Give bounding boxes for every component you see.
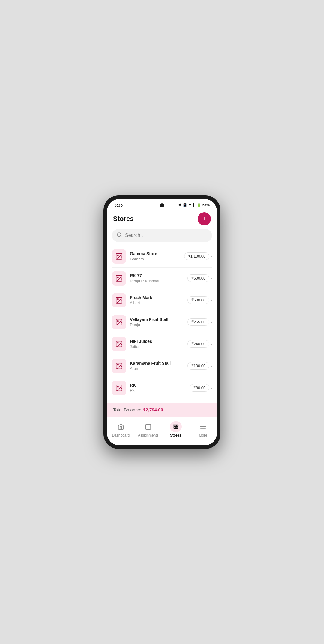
nav-label-assignments: Assignments: [138, 433, 159, 437]
svg-point-11: [118, 342, 118, 343]
search-bar[interactable]: [112, 229, 212, 242]
phone-screen: 3:35 ✱ 📳 ▼ ▌ 🔋 57% Stores +: [107, 199, 217, 445]
store-owner: Renju R Krishnan: [130, 279, 184, 283]
store-name: RK: [130, 383, 186, 388]
signal-icon: ▌: [193, 203, 196, 207]
store-amount-wrap: ₹265.00 ›: [188, 318, 212, 326]
store-info: Karamana Fruit Stall Arun: [130, 361, 184, 371]
svg-rect-25: [175, 427, 177, 428]
store-owner: Renju: [130, 322, 184, 327]
store-list: Gamma Store Gambro ₹1,100.00 › RK 77 Ren…: [107, 246, 217, 403]
store-amount: ₹265.00: [188, 318, 210, 326]
chevron-right-icon: ›: [211, 364, 212, 368]
store-info: HiFi Juices Jaffer: [130, 339, 184, 349]
store-name: Gamma Store: [130, 251, 181, 256]
store-name: Karamana Fruit Stall: [130, 361, 184, 366]
nav-icon-wrap-dashboard: [115, 421, 127, 432]
nav-item-more[interactable]: More: [190, 419, 217, 439]
store-amount: ₹600.00: [188, 296, 210, 304]
store-amount-wrap: ₹100.00 ›: [188, 362, 212, 370]
store-amount: ₹240.00: [188, 340, 210, 348]
store-amount: ₹1,100.00: [184, 252, 210, 260]
vibrate-icon: 📳: [183, 203, 187, 207]
store-info: Gamma Store Gambro: [130, 251, 181, 261]
chevron-right-icon: ›: [211, 320, 212, 325]
store-info: Fresh Mark Albert: [130, 295, 184, 305]
store-item[interactable]: Fresh Mark Albert ₹600.00 ›: [112, 289, 212, 311]
chevron-right-icon: ›: [211, 385, 212, 390]
store-item[interactable]: RK Rk ₹80.00 ›: [112, 377, 212, 399]
battery-icon: 🔋: [197, 203, 201, 207]
battery-percent: 57%: [202, 203, 210, 207]
store-item[interactable]: HiFi Juices Jaffer ₹240.00 ›: [112, 333, 212, 355]
store-name: RK 77: [130, 273, 184, 278]
svg-point-13: [118, 364, 118, 365]
store-amount-wrap: ₹600.00 ›: [188, 296, 212, 304]
store-amount-wrap: ₹80.00 ›: [190, 384, 212, 392]
wifi-icon: ▼: [188, 203, 192, 207]
svg-point-9: [118, 320, 118, 321]
nav-item-assignments[interactable]: Assignments: [135, 419, 162, 439]
store-amount: ₹600.00: [188, 274, 210, 282]
store-owner: Albert: [130, 301, 184, 305]
nav-label-more: More: [199, 433, 207, 437]
bottom-nav: Dashboard Assignments Stores More: [107, 417, 217, 445]
app-header: Stores +: [107, 209, 217, 228]
total-balance-amount: ₹2,794.00: [142, 407, 163, 412]
store-info: RK 77 Renju R Krishnan: [130, 273, 184, 283]
nav-icon-wrap-stores: [170, 421, 182, 432]
svg-point-3: [118, 255, 118, 255]
store-owner: Arun: [130, 366, 184, 371]
nav-label-stores: Stores: [170, 433, 181, 437]
nav-icon-wrap-assignments: [142, 421, 154, 432]
svg-point-15: [118, 386, 118, 387]
store-info: Vellayani Fruit Stall Renju: [130, 317, 184, 327]
status-time: 3:35: [114, 203, 123, 207]
phone-frame: 3:35 ✱ 📳 ▼ ▌ 🔋 57% Stores +: [104, 195, 220, 449]
chevron-right-icon: ›: [211, 276, 212, 281]
store-amount-wrap: ₹240.00 ›: [188, 340, 212, 348]
nav-icon-wrap-more: [197, 421, 209, 432]
store-name: Vellayani Fruit Stall: [130, 317, 184, 322]
store-amount: ₹80.00: [190, 384, 210, 392]
store-avatar: [112, 315, 126, 329]
nav-item-dashboard[interactable]: Dashboard: [107, 419, 135, 439]
chevron-right-icon: ›: [211, 298, 212, 303]
store-avatar: [112, 337, 126, 351]
store-avatar: [112, 293, 126, 307]
store-amount-wrap: ₹600.00 ›: [188, 274, 212, 282]
store-owner: Gambro: [130, 257, 181, 261]
store-item[interactable]: Gamma Store Gambro ₹1,100.00 ›: [112, 246, 212, 268]
store-amount-wrap: ₹1,100.00 ›: [184, 252, 212, 260]
nav-label-dashboard: Dashboard: [112, 433, 130, 437]
page-title: Stores: [113, 215, 134, 223]
svg-rect-20: [146, 424, 151, 429]
search-icon: [117, 232, 122, 239]
store-avatar: [112, 271, 126, 286]
svg-point-5: [118, 277, 118, 277]
store-item[interactable]: RK 77 Renju R Krishnan ₹600.00 ›: [112, 268, 212, 289]
svg-line-1: [120, 236, 121, 237]
store-item[interactable]: Karamana Fruit Stall Arun ₹100.00 ›: [112, 355, 212, 377]
camera-notch: [160, 203, 164, 207]
add-store-button[interactable]: +: [198, 212, 211, 225]
nav-item-stores[interactable]: Stores: [162, 419, 190, 439]
store-item[interactable]: Vellayani Fruit Stall Renju ₹265.00 ›: [112, 311, 212, 333]
store-avatar: [112, 381, 126, 395]
store-avatar: [112, 249, 126, 264]
store-owner: Jaffer: [130, 344, 184, 349]
store-item[interactable]: RK 10 Renju ₹10.00 ›: [112, 399, 212, 403]
store-info: RK Rk: [130, 383, 186, 393]
status-icons: ✱ 📳 ▼ ▌ 🔋 57%: [178, 203, 210, 207]
total-balance-bar: Total Balance: ₹2,794.00: [107, 403, 217, 417]
store-owner: Rk: [130, 388, 186, 393]
chevron-right-icon: ›: [211, 342, 212, 346]
total-balance-label: Total Balance: ₹2,794.00: [113, 407, 163, 412]
chevron-right-icon: ›: [211, 254, 212, 259]
store-avatar: [112, 359, 126, 373]
svg-point-7: [118, 298, 118, 299]
search-input[interactable]: [125, 233, 207, 238]
bluetooth-icon: ✱: [178, 203, 182, 207]
store-name: HiFi Juices: [130, 339, 184, 344]
store-name: Fresh Mark: [130, 295, 184, 300]
